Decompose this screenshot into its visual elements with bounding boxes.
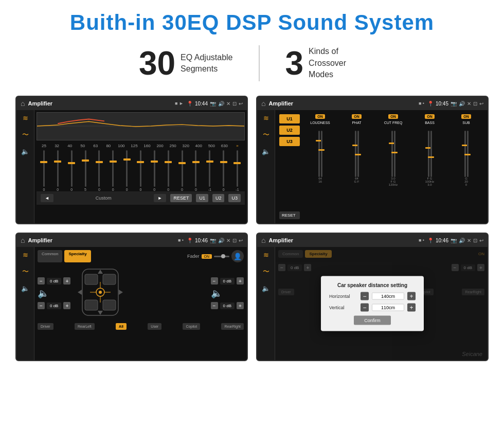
vertical-plus[interactable]: + bbox=[407, 304, 416, 312]
freq-500: 500 bbox=[205, 144, 218, 148]
eq-left-icon-2c[interactable]: 🔈 bbox=[262, 148, 270, 155]
eq-left-icon-2b[interactable]: 〜 bbox=[263, 130, 269, 139]
bass-on[interactable]: ON bbox=[425, 114, 435, 119]
u-buttons-col: U1 U2 U3 RESET bbox=[279, 114, 300, 219]
rearright-btn[interactable]: RearRight bbox=[221, 323, 244, 330]
freq-40: 40 bbox=[63, 144, 76, 148]
confirm-button[interactable]: Confirm bbox=[354, 316, 391, 325]
driver-btn[interactable]: Driver bbox=[38, 323, 53, 330]
tab-specialty[interactable]: Specialty bbox=[64, 250, 91, 262]
slider-3[interactable]: 0 bbox=[65, 150, 78, 191]
fr-plus[interactable]: + bbox=[237, 277, 244, 285]
tab-common[interactable]: Common bbox=[38, 250, 62, 262]
sub-freq: G200 bbox=[464, 177, 468, 186]
reset-button[interactable]: RESET bbox=[170, 194, 192, 202]
eq-left-icon2[interactable]: 〜 bbox=[22, 130, 29, 139]
slider-13[interactable]: -1 bbox=[203, 150, 216, 191]
bg-fr-plus: + bbox=[477, 264, 484, 271]
cross-reset-btn[interactable]: RESET bbox=[279, 211, 300, 219]
freq-630: 630 bbox=[218, 144, 231, 148]
fader-thumb[interactable] bbox=[221, 254, 225, 258]
phat-on[interactable]: ON bbox=[352, 114, 362, 119]
ch-phat: ON PHAT 64G F bbox=[339, 114, 374, 219]
slider-9[interactable]: 0 bbox=[148, 150, 161, 191]
screen1-app-name: Amplifier bbox=[28, 100, 172, 106]
slider-11[interactable]: 0 bbox=[176, 150, 189, 191]
u3-cross-btn[interactable]: U3 bbox=[279, 137, 300, 146]
speaker-pos-controls: − 0 dB + 🔈 − 0 dB + bbox=[38, 267, 244, 320]
slider-10[interactable]: 0 bbox=[162, 150, 175, 191]
all-btn[interactable]: All bbox=[116, 323, 127, 330]
loudness-sliders[interactable] bbox=[318, 126, 322, 177]
freq-160: 160 bbox=[141, 144, 154, 148]
bg-fr-val: 0 dB bbox=[461, 264, 475, 271]
eq-left-icon-4b[interactable]: 〜 bbox=[263, 267, 269, 276]
loudness-on[interactable]: ON bbox=[315, 114, 325, 119]
location-icon-2: 📍 bbox=[427, 101, 434, 106]
u2-button[interactable]: U2 bbox=[212, 194, 225, 202]
horizontal-row: Horizontal − 140cm + bbox=[329, 292, 416, 300]
right-db-controls: − 0 dB + 🔈 − 0 dB + bbox=[211, 277, 244, 309]
slider-2[interactable]: 0 bbox=[51, 150, 64, 191]
rearleft-btn[interactable]: RearLeft bbox=[75, 323, 95, 330]
expand-arrow[interactable]: » bbox=[231, 144, 244, 148]
slider-6[interactable]: 0 bbox=[106, 150, 119, 191]
eq-left-icon-3c[interactable]: 🔈 bbox=[21, 285, 29, 292]
rl-plus[interactable]: + bbox=[63, 302, 70, 309]
prev-button[interactable]: ◄ bbox=[41, 194, 53, 202]
slider-4[interactable]: 5 bbox=[79, 150, 92, 191]
fl-minus[interactable]: − bbox=[38, 277, 45, 285]
u3-button[interactable]: U3 bbox=[228, 194, 241, 202]
eq-left-icon-3b[interactable]: 〜 bbox=[22, 267, 29, 276]
screen3-content: ≋ 〜 🔈 Common Specialty Fader ON bbox=[16, 247, 247, 360]
rl-db-value: 0 dB bbox=[47, 303, 61, 309]
vertical-minus[interactable]: − bbox=[361, 304, 369, 312]
horizontal-minus[interactable]: − bbox=[361, 292, 369, 300]
eq-left-icon-2a[interactable]: ≋ bbox=[263, 114, 269, 122]
screen1-time: 10:44 bbox=[195, 101, 208, 106]
ch-loudness: ON LOUDNESS 6416 bbox=[303, 114, 337, 219]
bg-driver-btn: Driver bbox=[278, 289, 294, 295]
expand-icon: ⊡ bbox=[232, 101, 237, 106]
phat-sliders[interactable] bbox=[355, 126, 359, 177]
slider-14[interactable]: 0 bbox=[217, 150, 230, 191]
eq-sliders[interactable]: 0 0 0 5 0 0 0 0 0 0 0 0 -1 0 -1 bbox=[37, 150, 245, 191]
u1-cross-btn[interactable]: U1 bbox=[279, 114, 300, 123]
u2-cross-btn[interactable]: U2 bbox=[279, 126, 300, 135]
fader-on-badge[interactable]: ON bbox=[202, 254, 212, 259]
sub-on[interactable]: ON bbox=[461, 114, 471, 119]
fader-track[interactable] bbox=[214, 256, 229, 257]
slider-15[interactable]: -1 bbox=[231, 150, 244, 191]
next-button[interactable]: ► bbox=[154, 194, 167, 202]
user-btn[interactable]: User bbox=[148, 323, 161, 330]
cutfreq-sliders[interactable] bbox=[391, 126, 395, 177]
slider-12[interactable]: 0 bbox=[189, 150, 202, 191]
slider-7[interactable]: 0 bbox=[120, 150, 133, 191]
eq-left-icon1[interactable]: ≋ bbox=[23, 114, 28, 122]
slider-5[interactable]: 0 bbox=[93, 150, 105, 191]
loudness-label: LOUDNESS bbox=[310, 121, 330, 125]
eq-left-icon-4c[interactable]: 🔈 bbox=[262, 285, 270, 292]
eq-number: 30 bbox=[139, 47, 175, 80]
back-icon-2: ↩ bbox=[479, 101, 483, 106]
u1-button[interactable]: U1 bbox=[196, 194, 208, 202]
rl-minus[interactable]: − bbox=[38, 302, 45, 309]
copilot-btn[interactable]: Copilot bbox=[183, 323, 200, 330]
speaker4-tabs: Common Specialty ON bbox=[278, 250, 484, 258]
eq-left-icon3[interactable]: 🔈 bbox=[21, 148, 29, 155]
horizontal-plus[interactable]: + bbox=[407, 292, 416, 300]
rr-minus[interactable]: − bbox=[211, 302, 218, 309]
slider-1[interactable]: 0 bbox=[38, 150, 50, 191]
fr-minus[interactable]: − bbox=[211, 277, 218, 285]
eq-left-icon-3a[interactable]: ≋ bbox=[23, 251, 28, 259]
freq-63: 63 bbox=[89, 144, 102, 148]
camera-icon-2: 📷 bbox=[451, 101, 457, 106]
location-icon-3: 📍 bbox=[187, 238, 193, 243]
rr-plus[interactable]: + bbox=[237, 302, 244, 309]
bass-sliders[interactable] bbox=[428, 126, 432, 177]
eq-left-icon-4a[interactable]: ≋ bbox=[263, 251, 269, 259]
slider-8[interactable]: 0 bbox=[134, 150, 147, 191]
fl-plus[interactable]: + bbox=[63, 277, 70, 285]
cutfreq-on[interactable]: ON bbox=[388, 114, 398, 119]
sub-sliders[interactable] bbox=[464, 126, 469, 177]
